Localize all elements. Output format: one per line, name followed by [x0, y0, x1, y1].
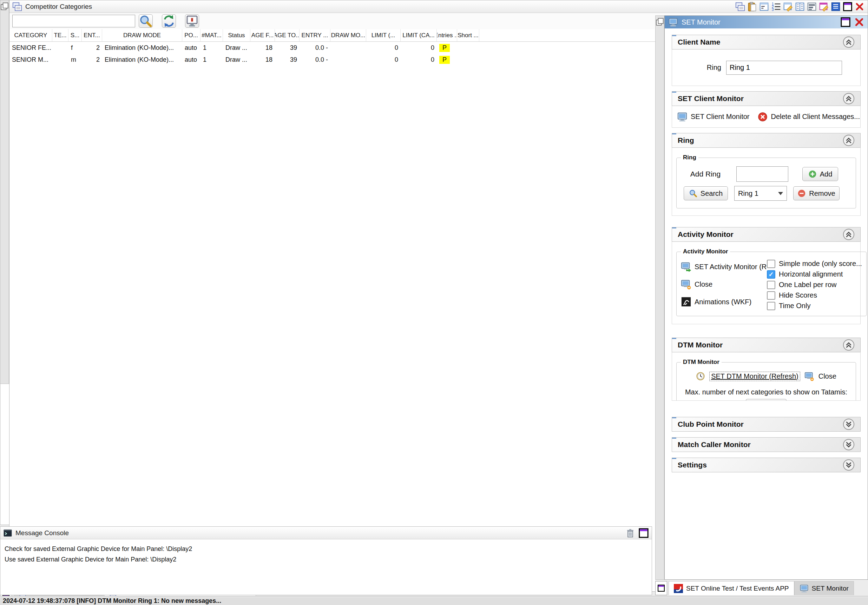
set-monitor-tab[interactable]: SET Online Test / Test Events APP — [668, 581, 794, 595]
checkbox-label: Simple mode (only score... — [779, 260, 862, 268]
activity-link-label: SET Activity Monitor (Ref... — [694, 263, 767, 271]
column-header[interactable]: CATEGORY — [9, 29, 52, 42]
client-ring-input[interactable] — [726, 61, 842, 75]
dtm-close-link[interactable]: Close — [818, 372, 836, 381]
column-header[interactable]: AGE F... — [250, 29, 275, 42]
maximize-button[interactable] — [842, 2, 853, 12]
checkbox[interactable] — [767, 302, 775, 310]
ring-select[interactable]: Ring 1 — [734, 186, 787, 201]
column-header[interactable]: #MAT... — [200, 29, 223, 42]
categories-search-input[interactable] — [12, 15, 135, 27]
table-cell: Elimination (KO-Mode)... — [102, 54, 182, 66]
dock-window-button[interactable] — [655, 581, 667, 595]
checkbox[interactable] — [767, 260, 775, 268]
activity-link-label: Animations (WKF) — [694, 298, 752, 306]
point-table-button[interactable]: 123 — [771, 2, 781, 12]
table-cell: 0 — [401, 42, 437, 54]
pool-winner-button[interactable] — [795, 2, 805, 12]
column-header[interactable]: AGE TO... — [275, 29, 299, 42]
column-header[interactable]: DRAW MODE — [102, 29, 182, 42]
set-client-monitor-link[interactable]: SET Client Monitor — [677, 111, 749, 122]
column-header[interactable]: Short ... — [457, 29, 479, 42]
search-ring-button[interactable]: Search — [684, 186, 728, 200]
collapse-set-client-monitor-button[interactable] — [843, 93, 855, 105]
chevron-down-icon[interactable] — [843, 459, 855, 471]
clipboard-button[interactable] — [747, 2, 757, 12]
double-elimination-button[interactable] — [818, 2, 829, 12]
checkbox-row: One Label per row — [767, 280, 862, 290]
column-header[interactable]: Status — [223, 29, 250, 42]
delete-all-client-messages-link[interactable]: Delete all Client Messages... — [758, 112, 860, 122]
categories-icon — [12, 2, 22, 12]
draw-button[interactable] — [759, 2, 769, 12]
dtm-close-icon — [804, 371, 814, 381]
add-ring-button[interactable]: Add — [802, 167, 838, 181]
remove-ring-button[interactable]: Remove — [793, 186, 840, 200]
checkbox[interactable] — [767, 281, 775, 289]
collapse-activity-monitor-button[interactable] — [843, 229, 855, 240]
delete-icon — [758, 112, 767, 122]
table-cell: auto — [182, 54, 200, 66]
chevron-down-icon[interactable] — [843, 418, 855, 430]
close-set-monitor-button[interactable] — [854, 17, 864, 27]
dtm-max-spinner[interactable] — [746, 399, 787, 401]
activity-monitor-header: Activity Monitor — [678, 230, 733, 238]
table-cell: 18 — [250, 54, 275, 66]
activity-link[interactable]: Close — [681, 279, 767, 289]
section-title: Club Point Monitor — [678, 420, 744, 429]
draw-record-button[interactable] — [783, 2, 793, 12]
console-icon — [3, 529, 12, 538]
table-cell: 0.0 - — [299, 54, 330, 66]
table-cell: m — [68, 54, 82, 66]
column-header[interactable]: ENTRY ... — [299, 29, 330, 42]
chevron-down-icon — [778, 192, 783, 195]
stacked-windows-icon[interactable] — [656, 17, 664, 26]
maximize-set-monitor-button[interactable] — [840, 17, 851, 27]
checkbox[interactable]: ✓ — [767, 270, 775, 279]
activity-link[interactable]: SET Activity Monitor (Ref... — [681, 261, 767, 272]
column-header[interactable]: Entries ... — [437, 29, 457, 42]
categories-refresh-button[interactable] — [162, 14, 176, 28]
clear-console-button[interactable] — [625, 528, 635, 538]
collapse-ring-button[interactable] — [843, 135, 855, 146]
client-name-section-header: Client Name — [672, 35, 860, 50]
column-header[interactable]: PO... — [182, 29, 200, 42]
entries-flag: P — [439, 56, 450, 64]
checkbox-label: Time Only — [779, 302, 811, 310]
categories-button[interactable] — [735, 2, 746, 12]
checkbox-row: ✓Horizontal alignment — [767, 269, 862, 279]
club-point-monitor-section-header: Club Point Monitor — [672, 417, 860, 432]
collapse-client-name-button[interactable] — [843, 36, 855, 48]
close-button[interactable] — [854, 2, 865, 12]
table-cell: 2 — [82, 54, 102, 66]
column-header[interactable]: S... — [68, 29, 82, 42]
activity-link[interactable]: Animations (WKF) — [681, 297, 767, 307]
checkbox-row: Simple mode (only score... — [767, 258, 862, 269]
table-cell: 0 — [366, 42, 401, 54]
tab-label: SET Monitor — [812, 585, 849, 593]
column-header[interactable]: TE... — [52, 29, 68, 42]
stacked-windows-icon[interactable] — [0, 2, 9, 11]
column-header[interactable]: LIMIT (... — [366, 29, 401, 42]
add-ring-input[interactable] — [736, 166, 788, 182]
console-line: Use saved External Graphic Device for Ma… — [5, 554, 648, 565]
repechage-button[interactable] — [806, 2, 817, 12]
table-cell: Draw ... — [223, 54, 250, 66]
checkbox[interactable] — [767, 291, 775, 300]
column-header[interactable]: DRAW MO... — [330, 29, 366, 42]
column-header[interactable]: ENT... — [82, 29, 102, 42]
collapse-dtm-monitor-button[interactable] — [843, 339, 855, 351]
result-button[interactable] — [831, 2, 841, 12]
maximize-console-button[interactable] — [639, 528, 649, 538]
set-monitor-panel: SET Monitor Client Name Ring SET Client … — [664, 15, 868, 580]
categories-search-button[interactable] — [139, 14, 153, 28]
categories-monitor-button[interactable] — [185, 14, 199, 28]
set-monitor-tab[interactable]: SET Monitor — [794, 581, 854, 595]
set-dtm-monitor-refresh-link[interactable]: SET DTM Monitor (Refresh) — [709, 371, 800, 381]
table-cell: SENIOR M... — [9, 54, 52, 66]
chevron-down-icon[interactable] — [843, 439, 855, 450]
table-cell — [52, 54, 68, 66]
column-header[interactable]: LIMIT (CA... — [401, 29, 437, 42]
message-console-panel: Message Console Check for saved External… — [0, 526, 652, 595]
table-cell — [52, 42, 68, 54]
